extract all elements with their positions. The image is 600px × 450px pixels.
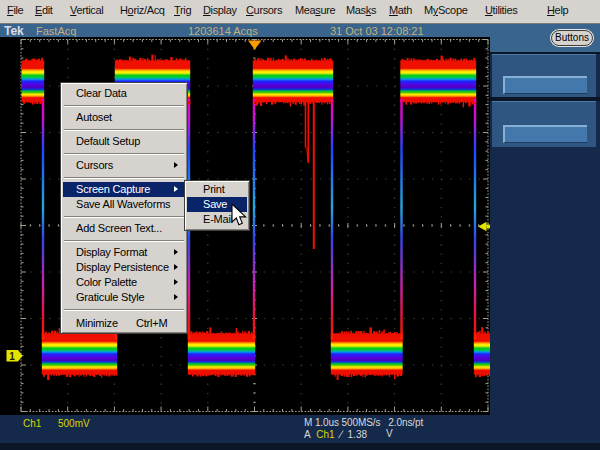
svg-text:1: 1 bbox=[9, 351, 15, 362]
